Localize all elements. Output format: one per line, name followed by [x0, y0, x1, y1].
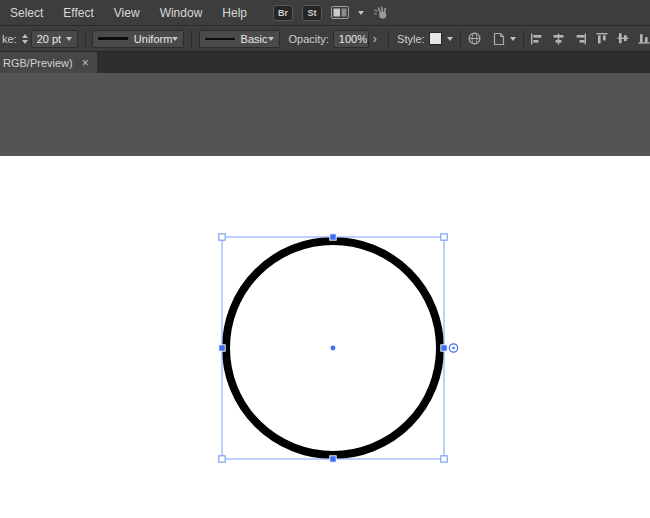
style-dropdown[interactable] [429, 32, 453, 45]
align-horizontal-right-icon[interactable] [574, 33, 587, 45]
align-vertical-bottom-icon[interactable] [638, 32, 650, 45]
align-buttons [530, 32, 650, 45]
anchor-top[interactable] [330, 234, 336, 240]
opacity-value: 100% [339, 33, 367, 45]
stroke-weight-stepper[interactable] [22, 34, 28, 44]
handle-top-left[interactable] [219, 234, 225, 240]
anchor-left[interactable] [219, 345, 225, 351]
style-swatch-icon [429, 32, 442, 45]
menu-view[interactable]: View [104, 6, 150, 20]
chevron-down-icon [172, 37, 178, 41]
chevron-down-icon [447, 37, 453, 41]
bridge-button[interactable]: Br [273, 5, 293, 21]
artboard-canvas[interactable] [0, 0, 650, 518]
stock-button[interactable]: St [302, 5, 322, 21]
arrange-documents-icon [331, 6, 349, 19]
anchor-right[interactable] [441, 345, 447, 351]
opacity-panel-chevron-icon[interactable]: › [373, 32, 377, 46]
stroke-weight-field[interactable]: 20 pt [31, 30, 78, 48]
app-bar-icons: Br St [273, 5, 390, 21]
brush-definition-dropdown[interactable]: Basic [199, 30, 280, 48]
handle-top-right[interactable] [441, 234, 447, 240]
handle-bottom-left[interactable] [219, 456, 225, 462]
style-label: Style: [397, 33, 425, 45]
chevron-down-icon [510, 37, 516, 41]
menu-help[interactable]: Help [212, 6, 257, 20]
document-tab-bar: RGB/Preview) × [0, 52, 650, 73]
menu-window[interactable]: Window [150, 6, 213, 20]
stroke-profile-value: Uniform [134, 33, 173, 45]
align-vertical-center-icon[interactable] [617, 32, 629, 45]
opacity-label: Opacity: [289, 33, 329, 45]
chevron-down-icon [66, 37, 72, 41]
anchor-bottom[interactable] [330, 456, 336, 462]
stroke-profile-dropdown[interactable]: Uniform [92, 30, 184, 48]
recolor-artwork-icon[interactable] [467, 31, 482, 46]
menu-effect[interactable]: Effect [53, 6, 103, 20]
brush-preview-icon [205, 38, 235, 40]
control-bar: ke: 20 pt Uniform Basic Opacity: 100% › … [0, 25, 650, 52]
document-setup-button[interactable] [493, 32, 516, 46]
align-horizontal-left-icon[interactable] [530, 33, 543, 45]
chevron-down-icon [268, 37, 274, 41]
document-setup-icon [493, 32, 505, 46]
brush-definition-value: Basic [241, 33, 268, 45]
stroke-profile-preview-icon [98, 37, 127, 40]
chevron-down-icon [358, 11, 364, 15]
center-point[interactable] [331, 346, 336, 351]
illustrator-window: Select Effect View Window Help Br St [0, 0, 650, 518]
transform-target-icon[interactable] [449, 344, 457, 352]
document-tab-title: RGB/Preview) [3, 57, 73, 69]
document-tab[interactable]: RGB/Preview) × [0, 52, 97, 73]
handle-bottom-right[interactable] [441, 456, 447, 462]
arrange-documents-button[interactable] [331, 6, 364, 19]
stroke-weight-value: 20 pt [37, 33, 61, 45]
tab-close-icon[interactable]: × [82, 57, 89, 69]
menu-select[interactable]: Select [0, 6, 53, 20]
align-vertical-top-icon[interactable] [596, 32, 608, 45]
stroke-label: ke: [2, 33, 17, 45]
rotate-view-icon[interactable] [373, 5, 390, 20]
align-horizontal-center-icon[interactable] [552, 33, 565, 45]
opacity-field[interactable]: 100% [333, 30, 369, 48]
menu-bar: Select Effect View Window Help Br St [0, 0, 650, 25]
